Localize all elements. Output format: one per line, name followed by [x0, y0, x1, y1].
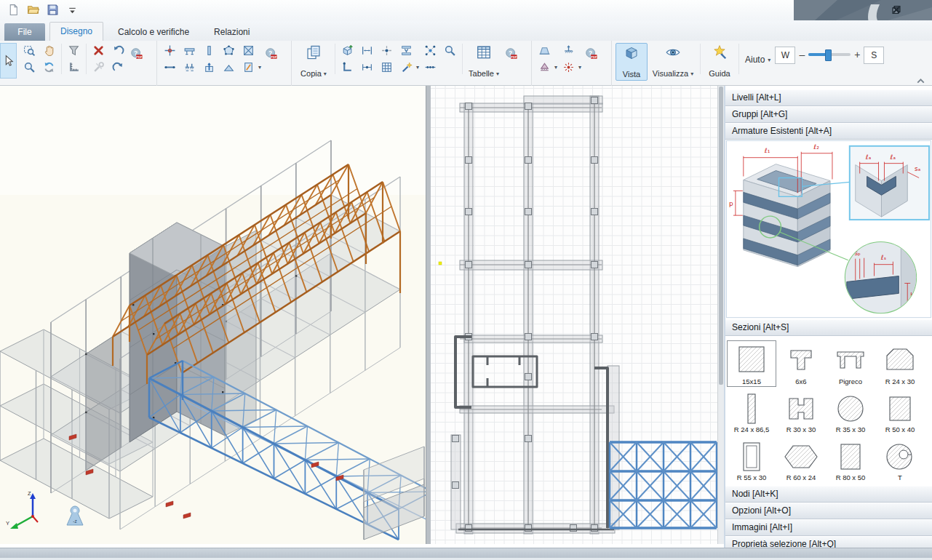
- seleziona-help-button[interactable]: ?PDF: [130, 47, 152, 71]
- divide-button[interactable]: [421, 60, 439, 75]
- draw-node-button[interactable]: [161, 43, 179, 58]
- section-item-6x6[interactable]: 6x6: [776, 340, 826, 387]
- corner-button[interactable]: [338, 60, 357, 75]
- draw-line-button[interactable]: [161, 60, 179, 75]
- slider-knob[interactable]: [825, 49, 832, 61]
- tab-disegno[interactable]: Disegno: [49, 22, 103, 41]
- mesh-grid-button[interactable]: [378, 60, 396, 75]
- draw-column-button[interactable]: [200, 43, 218, 58]
- extrude-button[interactable]: [200, 60, 218, 75]
- draw-beam-button[interactable]: [180, 43, 199, 58]
- viewport-3d[interactable]: ZY-z: [0, 86, 426, 544]
- plan-canvas[interactable]: [431, 86, 717, 544]
- zoom-window-button[interactable]: [20, 43, 39, 58]
- dropdown-arrow-icon[interactable]: ▾: [258, 64, 261, 71]
- quick-access-toolbar: [7, 4, 79, 17]
- section-item-pigreco[interactable]: Pigreco: [826, 340, 875, 387]
- select-pointer-button[interactable]: [0, 43, 17, 79]
- zoom-button[interactable]: [20, 60, 39, 75]
- filter-selection-button[interactable]: [65, 43, 83, 58]
- panel-header-nodi[interactable]: Nodi [Alt+K]: [725, 486, 932, 503]
- roller-support-button[interactable]: [535, 60, 554, 75]
- extrude-3d-button[interactable]: [338, 43, 357, 58]
- fixed-support-button[interactable]: [535, 43, 554, 58]
- open-file-button[interactable]: [27, 4, 40, 17]
- copy-button[interactable]: Copia▾: [295, 43, 332, 79]
- dropdown-arrow-icon[interactable]: ▾: [690, 71, 693, 77]
- aiuto-button[interactable]: Aiuto▾: [742, 43, 773, 76]
- dropdown-arrow-icon[interactable]: ▾: [324, 71, 327, 77]
- draw-numbered-button[interactable]: [239, 60, 258, 75]
- middle-dim-button[interactable]: [358, 60, 376, 75]
- dim-ls: ℓₛ: [880, 254, 886, 261]
- modifica-help-button[interactable]: ?PDF: [505, 47, 527, 71]
- quick-access-dropdown[interactable]: [66, 4, 79, 17]
- tab-file[interactable]: File: [4, 23, 45, 41]
- 3d-model-canvas[interactable]: ZY-z: [0, 86, 426, 544]
- new-document-button[interactable]: [7, 4, 20, 17]
- tab-calcolo-e-verifiche[interactable]: Calcolo e verifiche: [108, 23, 199, 41]
- section-item-t[interactable]: T: [875, 436, 925, 483]
- draw-slope-button[interactable]: [220, 60, 238, 75]
- dropdown-arrow-icon: ▾: [768, 57, 770, 63]
- measure-button[interactable]: [65, 60, 83, 75]
- section-item-r-50-x-40[interactable]: R 50 x 40: [875, 388, 925, 435]
- redo-button[interactable]: [109, 60, 127, 75]
- section-item-r-30-x-30[interactable]: R 30 x 30: [776, 388, 826, 435]
- disegna-help-button[interactable]: ?PDF: [265, 47, 287, 71]
- slider-minus-button[interactable]: –: [799, 47, 805, 63]
- scrollbar-thumb[interactable]: [719, 87, 723, 385]
- flip-button[interactable]: [397, 43, 415, 58]
- visualizza-button[interactable]: Visualizza▾: [649, 43, 697, 79]
- section-item-15x15[interactable]: 15x15: [727, 340, 776, 387]
- section-item-r-24-x-30[interactable]: R 24 x 30: [875, 340, 925, 387]
- panel-header-armature[interactable]: Armature Esistenti [Alt+A]: [725, 123, 932, 140]
- move-node-button[interactable]: [378, 43, 396, 58]
- panel-header-sezioni[interactable]: Sezioni [Alt+S]: [725, 319, 932, 336]
- auto-fix-button[interactable]: [397, 60, 415, 75]
- vincoli-help-button[interactable]: ?PDF: [585, 47, 607, 71]
- guida-button[interactable]: Guida: [704, 43, 736, 79]
- ground-constraint-button[interactable]: [559, 43, 578, 58]
- horizontal-dim-button[interactable]: [358, 43, 376, 58]
- section-item-r-24-x-86-5[interactable]: R 24 x 86,5: [727, 388, 776, 435]
- display-slider[interactable]: [808, 53, 851, 56]
- panel-header-gruppi[interactable]: Gruppi [Alt+G]: [725, 106, 932, 123]
- close-button[interactable]: [912, 5, 923, 15]
- zoom-detail-button[interactable]: [441, 43, 459, 58]
- section-item-r-35-x-30[interactable]: R 35 x 30: [826, 388, 875, 435]
- panel-header-immagini[interactable]: Immagini [Alt+I]: [725, 519, 932, 536]
- draw-foundation-button[interactable]: [180, 60, 199, 75]
- wireframe-mode-button[interactable]: W: [775, 47, 795, 64]
- viewport-plan[interactable]: [431, 86, 717, 544]
- draw-polygon-button[interactable]: [220, 43, 238, 58]
- pan-button[interactable]: [40, 43, 58, 58]
- panel-header-livelli[interactable]: Livelli [Alt+L]: [725, 89, 932, 106]
- radial-constraint-button[interactable]: [559, 60, 578, 75]
- solid-mode-button[interactable]: S: [864, 47, 884, 64]
- panel-header-opzioni[interactable]: Opzioni [Alt+O]: [725, 503, 932, 519]
- refresh-view-button[interactable]: [40, 60, 58, 75]
- vista-button[interactable]: Vista: [616, 43, 648, 81]
- section-item-r-80-x-50[interactable]: R 80 x 50: [826, 436, 875, 483]
- section-item-r-60-x-24[interactable]: R 60 x 24: [776, 436, 826, 483]
- slider-plus-button[interactable]: +: [854, 47, 860, 63]
- section-item-r-55-x-30[interactable]: R 55 x 30: [727, 436, 776, 483]
- dropdown-arrow-icon[interactable]: ▾: [578, 64, 581, 71]
- dropdown-arrow-icon[interactable]: ▾: [416, 64, 419, 71]
- dropdown-arrow-icon[interactable]: ▾: [554, 64, 557, 71]
- pdf-help-icon: ?PDF: [585, 47, 597, 60]
- tables-button[interactable]: Tabelle▾: [466, 43, 502, 79]
- delete-button[interactable]: [89, 43, 108, 58]
- undo-button[interactable]: [109, 43, 127, 58]
- save-button[interactable]: [47, 4, 60, 17]
- dropdown-arrow-icon[interactable]: ▾: [496, 71, 499, 77]
- tab-relazioni[interactable]: Relazioni: [204, 23, 260, 41]
- open-folder-icon: [27, 4, 39, 16]
- ribbon-collapse-button[interactable]: [915, 75, 925, 84]
- dim-la2: ℓₐ: [890, 153, 896, 161]
- explode-button[interactable]: [421, 43, 439, 58]
- svg-text:-z: -z: [73, 519, 76, 524]
- draw-braced-panel-button[interactable]: [239, 43, 258, 58]
- pdf-help-icon: ?PDF: [505, 47, 517, 60]
